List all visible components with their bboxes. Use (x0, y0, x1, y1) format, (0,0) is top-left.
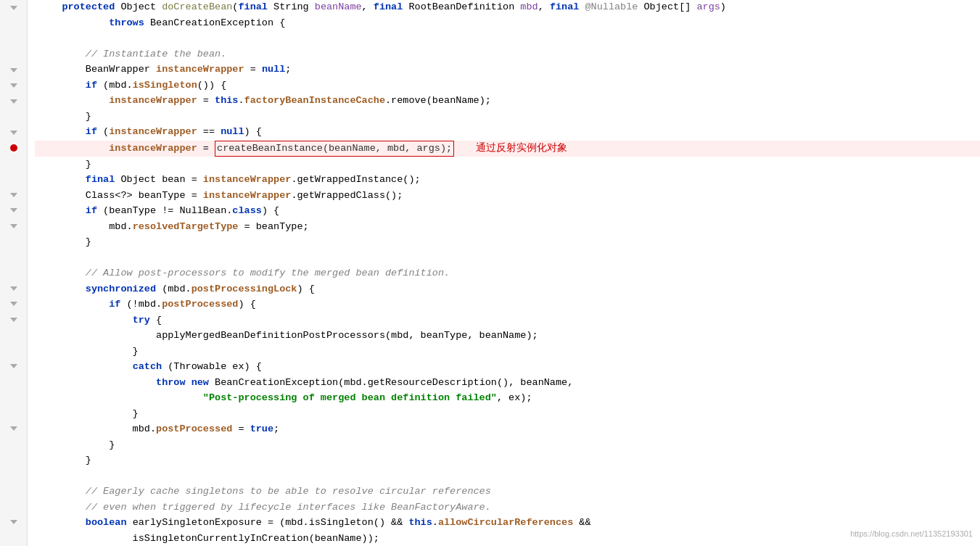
code-token: } (38, 157, 91, 173)
gutter-fold-21[interactable] (0, 312, 28, 328)
gutter-17 (0, 249, 28, 265)
gutter-fold-6[interactable] (0, 78, 28, 94)
code-token: { (150, 313, 162, 328)
code-keyword: final (374, 0, 403, 15)
gutter-4 (0, 47, 28, 63)
code-line-22: applyMergedBeanDefinitionPostProcessors(… (35, 328, 980, 344)
code-token: } (38, 407, 139, 422)
gutter-16 (0, 234, 28, 250)
code-token: ( (97, 125, 109, 140)
code-keyword: true (250, 422, 273, 437)
gutter-fold-19[interactable] (0, 281, 28, 297)
gutter-fold-7[interactable] (0, 94, 28, 109)
code-token: applyMergedBeanDefinitionPostProcessors(… (38, 328, 538, 344)
code-line-13: Class<?> beanType = instanceWrapper .get… (35, 188, 980, 204)
code-token: mbd. (38, 220, 133, 235)
code-token: } (38, 109, 91, 125)
gutter-breakpoint-10[interactable] (0, 141, 28, 157)
code-token (38, 297, 109, 313)
code-area: protected Object doCreateBean ( final St… (28, 0, 980, 546)
code-token: } (38, 235, 91, 250)
gutter-fold-1[interactable] (0, 0, 28, 16)
gutter-11 (0, 156, 28, 172)
code-token: (mbd. (156, 282, 192, 297)
code-token: . (432, 516, 438, 531)
code-line-6: if (mbd. isSingleton ()) { (35, 78, 980, 94)
code-field: instanceWrapper (109, 94, 197, 109)
code-token: RootBeanDefinition (403, 0, 520, 15)
gutter-35 (0, 530, 28, 546)
gutter-fold-9[interactable] (0, 125, 28, 141)
gutter-18 (0, 265, 28, 281)
code-highlight-box: createBeanInstance(beanName, mbd, args); (215, 141, 454, 157)
code-container: protected Object doCreateBean ( final St… (0, 0, 980, 546)
gutter-26 (0, 390, 28, 406)
code-token: BeanWrapper (38, 62, 156, 78)
code-line-34: boolean earlySingletonExposure = (mbd.is… (35, 516, 980, 531)
code-field: postProcessed (162, 297, 238, 313)
code-token: } (38, 344, 139, 360)
gutter-fold-14[interactable] (0, 203, 28, 219)
code-annotation: @Nullable (585, 0, 638, 15)
gutter-33 (0, 499, 28, 515)
gutter-fold-28[interactable] (0, 421, 28, 437)
code-token: String (268, 0, 315, 15)
code-token: . (238, 94, 244, 109)
code-line-32: // Eagerly cache singletons to be able t… (35, 484, 980, 500)
code-line-17 (35, 250, 980, 266)
gutter-fold-20[interactable] (0, 297, 28, 313)
code-field: factoryBeanInstanceCache (244, 94, 385, 109)
gutter-22 (0, 328, 28, 344)
gutter-23 (0, 343, 28, 359)
code-token (38, 125, 86, 140)
code-token: .remove(beanName); (385, 94, 491, 109)
code-token: == (197, 125, 221, 140)
code-token: , (362, 0, 374, 15)
code-line-20: if (!mbd. postProcessed ) { (35, 297, 980, 313)
code-token (579, 0, 585, 15)
code-token: ) { (262, 204, 279, 219)
code-line-21: try { (35, 313, 980, 328)
gutter-29 (0, 437, 28, 452)
code-keyword: this (408, 516, 432, 531)
code-param: mbd (520, 0, 538, 15)
code-token (38, 376, 156, 391)
code-field: allowCircularReferences (438, 516, 573, 531)
code-line-35: isSingletonCurrentlyInCreation(beanName)… (35, 531, 980, 546)
code-field: instanceWrapper (109, 141, 197, 157)
gutter-fold-15[interactable] (0, 218, 28, 234)
code-line-23: } (35, 344, 980, 360)
gutter-32 (0, 484, 28, 500)
code-token (38, 204, 86, 219)
code-token: ; (285, 62, 291, 78)
code-line-3 (35, 31, 980, 47)
code-line-30: } (35, 453, 980, 469)
code-token (38, 360, 133, 375)
code-token (38, 0, 62, 15)
code-comment: // Allow post-processors to modify the m… (86, 266, 450, 281)
code-token: , ex); (497, 391, 532, 406)
code-keyword: if (86, 204, 97, 219)
gutter-fold-24[interactable] (0, 359, 28, 375)
code-comment: // Eagerly cache singletons to be able t… (86, 484, 491, 500)
code-line-29: } (35, 437, 980, 453)
gutter-fold-5[interactable] (0, 62, 28, 78)
code-keyword: if (86, 125, 97, 140)
gutter-3 (0, 31, 28, 47)
code-keyword: null (221, 125, 244, 140)
code-field: instanceWrapper (203, 189, 292, 204)
code-token (38, 78, 86, 94)
code-token: BeanCreationException { (144, 16, 285, 31)
code-token: ) { (297, 282, 314, 297)
code-token (38, 47, 86, 62)
code-field: instanceWrapper (203, 173, 292, 188)
gutter-fold-13[interactable] (0, 187, 28, 203)
code-token: = (197, 94, 215, 109)
code-token (38, 484, 86, 500)
code-token: BeanCreationException(mbd.getResourceDes… (209, 376, 573, 391)
gutter-fold-34[interactable] (0, 515, 28, 531)
code-field: instanceWrapper (109, 125, 197, 140)
code-token (186, 376, 192, 391)
code-line-15: mbd. resolvedTargetType = beanType; (35, 219, 980, 235)
code-line-33: // even when triggered by lifecycle inte… (35, 500, 980, 516)
